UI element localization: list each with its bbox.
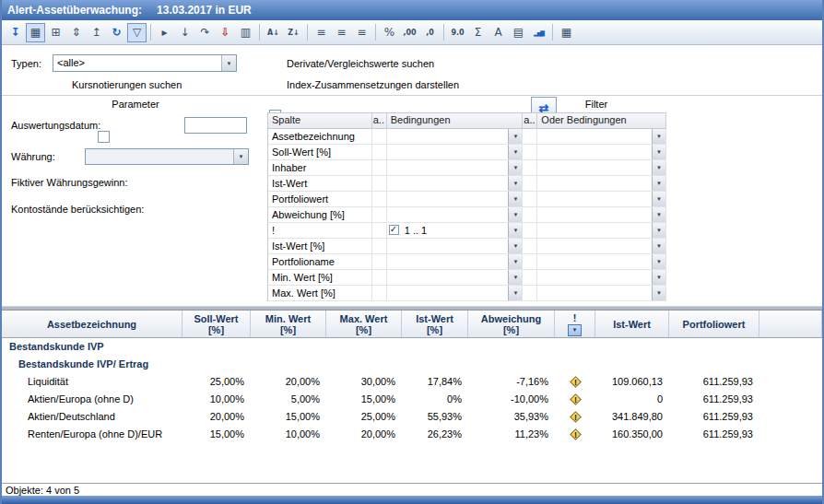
auswertungsdatum-input[interactable]: [184, 117, 247, 134]
duplicate-window-icon[interactable]: ⊞: [46, 23, 65, 42]
col-header-ist-wert[interactable]: Ist-Wert: [595, 311, 669, 337]
filter-condition-combo[interactable]: [387, 254, 524, 269]
filter-and-cell[interactable]: [523, 207, 537, 222]
filter-and-cell[interactable]: [372, 176, 387, 191]
typen-select[interactable]: <alle>: [53, 54, 237, 72]
filter-or-combo[interactable]: [537, 270, 666, 285]
filter-and-cell[interactable]: [372, 160, 387, 175]
filter-condition-combo[interactable]: [387, 239, 524, 253]
filter-or-combo[interactable]: [537, 207, 666, 222]
col-header-abweichung[interactable]: Abweichung[%]: [468, 311, 555, 337]
group-row[interactable]: Bestandskunde IVP/ Ertrag: [2, 356, 822, 373]
filter-and-cell[interactable]: [372, 270, 387, 285]
decrease-decimal-icon[interactable]: ,0: [420, 23, 440, 42]
filter-or-combo[interactable]: [537, 223, 666, 238]
table-row[interactable]: Liquidität 25,00% 20,00% 30,00% 17,84% -…: [2, 373, 822, 391]
filter-funnel-icon[interactable]: ▽: [127, 23, 147, 42]
filter-and-cell[interactable]: [523, 192, 537, 206]
group-label: Bestandskunde IVP/ Ertrag: [18, 356, 148, 373]
filter-or-combo[interactable]: [537, 176, 666, 191]
marker-down-icon[interactable]: ↓: [175, 23, 194, 42]
filter-condition-value: [387, 160, 509, 175]
filter-condition-combo[interactable]: [387, 286, 524, 300]
table-row[interactable]: Aktien/Europa (ohne D) 10,00% 5,00% 15,0…: [2, 391, 822, 408]
chevron-down-icon: [508, 254, 522, 269]
app-window: Alert-Assetüberwachung: 13.03.2017 in EU…: [0, 0, 824, 504]
filter-condition-combo[interactable]: [387, 129, 524, 144]
filter-or-combo[interactable]: [537, 145, 666, 159]
swap-order-icon[interactable]: ⇕: [66, 23, 86, 42]
filter-condition-combo[interactable]: [387, 270, 524, 285]
filter-condition-combo[interactable]: [387, 192, 524, 206]
filter-and-cell[interactable]: [372, 286, 387, 300]
filter-or-combo[interactable]: [537, 286, 666, 300]
waehrung-select[interactable]: [85, 148, 249, 165]
table-row[interactable]: Renten/Europa (ohne D)/EUR 15,00% 10,00%…: [2, 426, 822, 443]
filter-or-value: [537, 286, 652, 300]
filter-and-cell[interactable]: [523, 129, 537, 144]
thousands-format-icon[interactable]: 9.0: [448, 23, 467, 42]
redo-icon[interactable]: ↷: [195, 23, 215, 42]
sum-icon[interactable]: Σ: [468, 23, 488, 42]
move-up-icon[interactable]: ↥: [87, 23, 106, 42]
filter-and-cell[interactable]: [523, 254, 537, 269]
col-header-max-wert[interactable]: Max. Wert[%]: [326, 311, 402, 337]
format-font-icon[interactable]: A: [489, 23, 508, 42]
filter-condition-combo[interactable]: [387, 160, 524, 175]
grid-icon[interactable]: ▦: [557, 23, 576, 42]
filter-and-cell[interactable]: [372, 129, 387, 144]
filter-and-cell[interactable]: [372, 207, 387, 222]
import-values-icon[interactable]: ⇩: [216, 23, 235, 42]
filter-and-cell[interactable]: [523, 270, 537, 285]
col-header-assetbezeichnung[interactable]: Assetbezeichnung: [2, 311, 182, 337]
align-left-icon[interactable]: ≡: [312, 23, 331, 42]
filter-or-combo[interactable]: [537, 192, 666, 206]
align-right-icon[interactable]: ≡: [352, 23, 371, 42]
col-header-alert[interactable]: !: [555, 311, 595, 337]
filter-and-cell[interactable]: [372, 192, 387, 206]
table-chart-icon[interactable]: ▤: [509, 23, 528, 42]
filter-and-cell[interactable]: [372, 145, 387, 159]
col-header-ist-wert-pct[interactable]: Ist-Wert[%]: [402, 311, 468, 337]
filter-and-cell[interactable]: [523, 286, 537, 300]
filter-or-combo[interactable]: [537, 239, 666, 253]
refresh-icon[interactable]: ↻: [107, 23, 126, 42]
sort-descending-icon[interactable]: Z↓: [284, 23, 303, 42]
filter-condition-combo[interactable]: [387, 145, 524, 159]
filter-and-cell[interactable]: [523, 160, 537, 175]
col-header-min-wert[interactable]: Min. Wert[%]: [251, 311, 326, 337]
filter-or-combo[interactable]: [537, 254, 666, 269]
align-center-icon[interactable]: ≡: [332, 23, 351, 42]
table-row[interactable]: Aktien/Deutschland 20,00% 15,00% 25,00% …: [2, 408, 822, 426]
col-header-portfoliowert[interactable]: Portfoliowert: [669, 311, 759, 337]
kursnotierungen-checkbox[interactable]: [98, 131, 110, 143]
filter-or-combo[interactable]: [537, 160, 666, 175]
group-row[interactable]: Bestandskunde IVP: [2, 338, 822, 356]
sort-ascending-icon[interactable]: A↓: [264, 23, 283, 42]
filter-and-cell[interactable]: [372, 254, 387, 269]
filter-and-cell[interactable]: [372, 223, 387, 238]
filter-condition-combo[interactable]: [387, 176, 524, 191]
filter-and-cell[interactable]: [372, 239, 387, 253]
filter-or-combo[interactable]: [537, 129, 666, 144]
export-data-icon[interactable]: ↧: [6, 23, 25, 42]
waehrung-selected-value: [86, 149, 233, 164]
percent-icon[interactable]: %: [380, 23, 399, 42]
filter-or-value: [537, 239, 652, 253]
detail-view-icon[interactable]: ▥: [236, 23, 255, 42]
cell-assetbezeichnung: Aktien/Europa (ohne D): [2, 391, 182, 408]
filter-range-checkbox[interactable]: [389, 225, 399, 235]
filter-and-cell[interactable]: [523, 145, 537, 159]
bar-chart-icon[interactable]: ▂▅▇: [529, 23, 548, 42]
marker-forward-icon[interactable]: ▸: [155, 23, 174, 42]
alert-filter-dropdown[interactable]: [568, 324, 582, 336]
cell-abweichung: 11,23%: [468, 426, 555, 443]
col-header-soll-wert[interactable]: Soll-Wert[%]: [182, 311, 251, 337]
filter-and-cell[interactable]: [523, 223, 537, 238]
filter-condition-combo[interactable]: [387, 207, 524, 222]
filter-condition-combo[interactable]: 1 .. 1: [387, 223, 524, 238]
filter-view-icon[interactable]: ▦: [26, 23, 45, 42]
filter-and-cell[interactable]: [523, 239, 537, 253]
increase-decimal-icon[interactable]: ,00: [400, 23, 419, 42]
filter-and-cell[interactable]: [523, 176, 537, 191]
